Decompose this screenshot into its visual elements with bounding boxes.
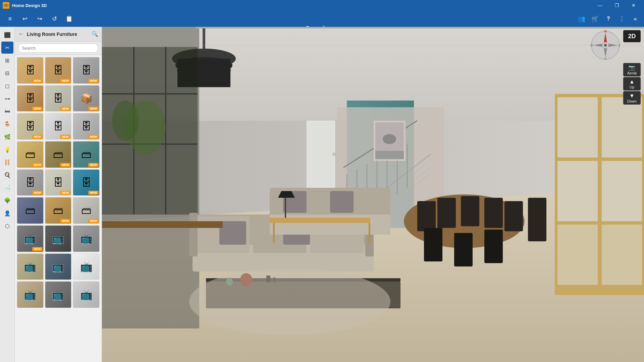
svg-rect-76: [557, 161, 598, 221]
new-badge-4: New: [32, 107, 43, 111]
down-button[interactable]: ▼ Down: [623, 91, 641, 105]
svg-point-36: [383, 134, 396, 144]
search-input[interactable]: [18, 44, 98, 53]
side-light-btn[interactable]: 💡: [1, 143, 13, 156]
furniture-item-24[interactable]: 📺: [73, 253, 100, 280]
help-button[interactable]: ?: [602, 13, 614, 25]
furniture-item-20[interactable]: 📺: [45, 225, 72, 252]
svg-text:W: W: [590, 44, 593, 47]
search-bar: [15, 42, 102, 55]
new-badge-18: New: [88, 219, 99, 223]
furniture-item-18[interactable]: 🗃 New: [73, 197, 100, 224]
new-badge-1: New: [32, 79, 43, 83]
side-measure-btn[interactable]: ⊶: [1, 93, 13, 105]
furniture-item-11[interactable]: 🗃 New: [45, 141, 72, 168]
paste-button[interactable]: 📋: [63, 13, 75, 25]
furniture-thumb-23: 📺: [45, 254, 71, 280]
svg-rect-64: [417, 201, 436, 231]
panel-search-icon[interactable]: 🔍: [92, 31, 98, 37]
furniture-item-5[interactable]: 🗄 New: [45, 85, 72, 112]
side-layers-btn[interactable]: ⊞: [1, 54, 13, 66]
side-bed-btn[interactable]: 🛏: [1, 105, 13, 117]
svg-rect-45: [189, 213, 198, 256]
furniture-item-12[interactable]: 🗃 New: [73, 141, 100, 168]
more-button[interactable]: ⋮: [616, 13, 628, 25]
svg-rect-80: [196, 27, 644, 28]
furniture-item-27[interactable]: 📺: [73, 281, 100, 308]
collapse-button[interactable]: «: [629, 13, 641, 25]
svg-text:E: E: [619, 44, 621, 47]
undo-button[interactable]: ↩: [19, 13, 31, 25]
side-plant-btn[interactable]: 🌿: [1, 131, 13, 143]
panel-back-button[interactable]: ←: [18, 31, 24, 38]
side-people-btn[interactable]: 👤: [1, 207, 13, 219]
furniture-item-10[interactable]: 🗃 New: [17, 141, 44, 168]
furniture-item-14[interactable]: 🗄 New: [45, 169, 72, 196]
new-badge-9: New: [88, 135, 99, 139]
side-stairs-btn[interactable]: 🪜: [1, 156, 13, 168]
furniture-item-8[interactable]: 🗄 New: [45, 113, 72, 140]
furniture-item-7[interactable]: 🗄 New: [17, 113, 44, 140]
svg-rect-71: [484, 230, 503, 263]
furniture-item-2[interactable]: 🗄 New: [45, 57, 72, 84]
svg-rect-57: [270, 218, 370, 223]
down-icon: ▼: [629, 93, 635, 99]
menu-button[interactable]: ≡: [4, 13, 16, 25]
side-kitchen-btn[interactable]: 🍳: [1, 169, 13, 181]
svg-rect-48: [270, 215, 390, 235]
furniture-item-3[interactable]: 🗄 New: [73, 57, 100, 84]
cart-button[interactable]: 🛒: [589, 13, 601, 25]
side-tools-btn[interactable]: ✂: [1, 42, 13, 54]
new-badge-6: New: [88, 107, 99, 111]
svg-rect-69: [424, 228, 442, 261]
side-chair-btn[interactable]: 🪑: [1, 118, 13, 130]
aerial-button[interactable]: 📷 Aerial: [623, 63, 641, 76]
furniture-thumb-22: 📺: [17, 254, 43, 280]
furniture-item-19[interactable]: 📺 New: [17, 225, 44, 252]
svg-rect-63: [102, 221, 223, 228]
svg-rect-74: [557, 97, 598, 158]
side-icons: ⬛ ✂ ⊞ ⊟ ◻ ⊶ 🛏 🪑 🌿 💡 🪜 🍳 🛁 🌳 👤 ⬡: [0, 27, 15, 362]
furniture-item-21[interactable]: 📺: [73, 225, 100, 252]
side-grid-btn[interactable]: ⊟: [1, 67, 13, 79]
refresh-button[interactable]: ↺: [48, 13, 60, 25]
btn-2d[interactable]: 2D: [623, 30, 641, 42]
users-button[interactable]: 👥: [576, 13, 588, 25]
svg-point-32: [332, 153, 336, 156]
furniture-item-1[interactable]: 🗄 New: [17, 57, 44, 84]
app-title: Home Design 3D: [12, 3, 47, 8]
furniture-item-25[interactable]: 📺: [17, 281, 44, 308]
svg-rect-78: [557, 225, 598, 285]
furniture-item-26[interactable]: 📺: [45, 281, 72, 308]
furniture-item-4[interactable]: 🗄 New: [17, 85, 44, 112]
minimize-button[interactable]: —: [592, 0, 608, 11]
main-layout: ⬛ ✂ ⊞ ⊟ ◻ ⊶ 🛏 🪑 🌿 💡 🪜 🍳 🛁 🌳 👤 ⬡ ← Living…: [0, 27, 644, 362]
furniture-item-16[interactable]: 🗃: [17, 197, 44, 224]
svg-rect-77: [602, 161, 642, 221]
svg-rect-50: [330, 191, 354, 213]
furniture-item-23[interactable]: 📺: [45, 253, 72, 280]
furniture-thumb-21: 📺: [73, 226, 99, 252]
furniture-item-9[interactable]: 🗄 New: [73, 113, 100, 140]
side-more-btn[interactable]: ⬡: [1, 220, 13, 232]
side-wall-btn[interactable]: ◻: [1, 80, 13, 92]
furniture-item-17[interactable]: 🗃 New: [45, 197, 72, 224]
side-room-btn[interactable]: ⬛: [1, 29, 13, 41]
redo-button[interactable]: ↪: [34, 13, 46, 25]
new-badge-10: New: [32, 163, 43, 167]
svg-rect-75: [602, 97, 642, 158]
furniture-item-15[interactable]: 🗄 New: [73, 169, 100, 196]
new-badge-5: New: [60, 107, 70, 111]
furniture-item-22[interactable]: 📺: [17, 253, 44, 280]
side-outdoor-btn[interactable]: 🌳: [1, 194, 13, 206]
view-controls: 📷 Aerial ▲ Up ▼ Down: [623, 63, 641, 105]
close-button[interactable]: ✕: [626, 0, 641, 11]
furniture-item-6[interactable]: 📦 New: [73, 85, 100, 112]
side-bath-btn[interactable]: 🛁: [1, 182, 13, 194]
up-button[interactable]: ▲ Up: [623, 77, 641, 90]
viewport[interactable]: N S W E 2D 📷 Aerial ▲ Up ▼ Down: [102, 27, 644, 362]
svg-rect-68: [504, 201, 523, 231]
furniture-item-13[interactable]: 🗄 New: [17, 169, 44, 196]
furniture-thumb-20: 📺: [45, 226, 71, 252]
restore-button[interactable]: ❐: [609, 0, 625, 11]
